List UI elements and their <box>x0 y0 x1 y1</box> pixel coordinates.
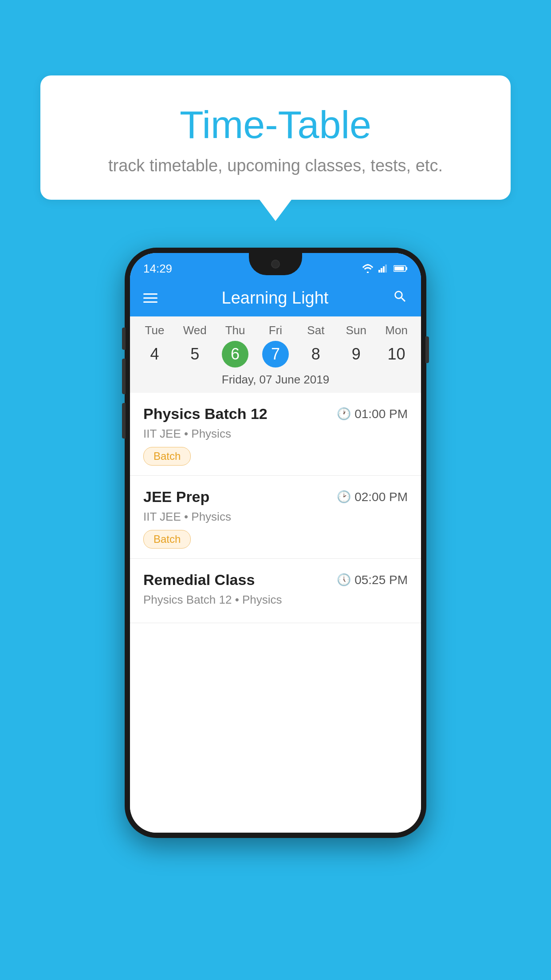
phone-mockup: 14:29 <box>125 248 426 838</box>
day-4[interactable]: 4 <box>141 341 168 368</box>
selected-date-label: Friday, 07 June 2019 <box>130 373 421 393</box>
volume-down-button <box>122 359 126 394</box>
schedule-item-3[interactable]: Remedial Class 🕔 05:25 PM Physics Batch … <box>130 559 421 623</box>
day-6-today[interactable]: 6 <box>222 341 248 368</box>
speech-bubble-card: Time-Table track timetable, upcoming cla… <box>40 75 511 200</box>
status-time: 14:29 <box>143 262 172 276</box>
schedule-list: Physics Batch 12 🕐 01:00 PM IIT JEE • Ph… <box>130 393 421 833</box>
day-label-sat: Sat <box>295 324 336 337</box>
clock-icon-3: 🕔 <box>337 573 351 587</box>
schedule-subtitle-3: Physics Batch 12 • Physics <box>143 593 408 607</box>
schedule-item-2[interactable]: JEE Prep 🕑 02:00 PM IIT JEE • Physics Ba… <box>130 476 421 559</box>
wifi-icon <box>362 264 374 273</box>
svg-rect-1 <box>378 270 380 273</box>
schedule-time-3: 🕔 05:25 PM <box>337 573 408 587</box>
phone-notch <box>249 253 302 275</box>
svg-rect-4 <box>385 265 387 273</box>
day-labels-row: Tue Wed Thu Fri Sat Sun Mon <box>130 316 421 339</box>
batch-tag-1: Batch <box>143 447 191 466</box>
clock-icon-2: 🕑 <box>337 490 351 504</box>
app-title: Learning Light <box>222 288 329 308</box>
phone-screen: Learning Light Tue Wed Thu Fri Sat Sun M… <box>130 253 421 833</box>
volume-up-button <box>122 328 126 350</box>
schedule-time-2: 🕑 02:00 PM <box>337 490 408 504</box>
day-8[interactable]: 8 <box>303 341 329 368</box>
search-button[interactable] <box>393 289 408 308</box>
power-button <box>425 336 429 363</box>
day-10[interactable]: 10 <box>383 341 410 368</box>
schedule-subtitle-1: IIT JEE • Physics <box>143 427 408 441</box>
time-value-2: 02:00 PM <box>354 490 408 504</box>
schedule-title-1: Physics Batch 12 <box>143 405 268 423</box>
day-label-mon: Mon <box>376 324 417 337</box>
phone-frame: 14:29 <box>125 248 426 838</box>
svg-rect-6 <box>406 267 407 270</box>
schedule-item-3-header: Remedial Class 🕔 05:25 PM <box>143 571 408 589</box>
speech-bubble-section: Time-Table track timetable, upcoming cla… <box>40 75 511 221</box>
silent-button <box>122 403 126 439</box>
clock-icon-1: 🕐 <box>337 407 351 421</box>
time-value-1: 01:00 PM <box>354 407 408 421</box>
bubble-tail <box>260 200 291 221</box>
signal-icon <box>378 264 389 273</box>
svg-rect-2 <box>381 268 382 273</box>
status-icons <box>362 264 408 273</box>
battery-icon <box>394 264 408 273</box>
bubble-subtitle: track timetable, upcoming classes, tests… <box>67 156 484 175</box>
time-value-3: 05:25 PM <box>354 573 408 587</box>
schedule-time-1: 🕐 01:00 PM <box>337 407 408 421</box>
batch-tag-2: Batch <box>143 530 191 549</box>
day-label-fri: Fri <box>256 324 296 337</box>
calendar-week: Tue Wed Thu Fri Sat Sun Mon 4 5 6 7 8 9 … <box>130 316 421 393</box>
day-9[interactable]: 9 <box>343 341 370 368</box>
schedule-title-2: JEE Prep <box>143 488 209 506</box>
day-label-thu: Thu <box>215 324 256 337</box>
schedule-item-1-header: Physics Batch 12 🕐 01:00 PM <box>143 405 408 423</box>
day-numbers-row: 4 5 6 7 8 9 10 <box>130 339 421 373</box>
bubble-title: Time-Table <box>67 102 484 147</box>
schedule-item-2-header: JEE Prep 🕑 02:00 PM <box>143 488 408 506</box>
menu-button[interactable] <box>143 293 157 303</box>
schedule-title-3: Remedial Class <box>143 571 255 589</box>
day-label-sun: Sun <box>336 324 376 337</box>
schedule-item-1[interactable]: Physics Batch 12 🕐 01:00 PM IIT JEE • Ph… <box>130 393 421 476</box>
svg-rect-7 <box>394 267 404 271</box>
day-7-selected[interactable]: 7 <box>262 341 289 368</box>
day-label-tue: Tue <box>134 324 175 337</box>
front-camera <box>271 260 280 269</box>
schedule-subtitle-2: IIT JEE • Physics <box>143 510 408 524</box>
day-5[interactable]: 5 <box>181 341 208 368</box>
svg-rect-3 <box>383 266 385 273</box>
day-label-wed: Wed <box>175 324 215 337</box>
svg-point-0 <box>367 272 369 273</box>
